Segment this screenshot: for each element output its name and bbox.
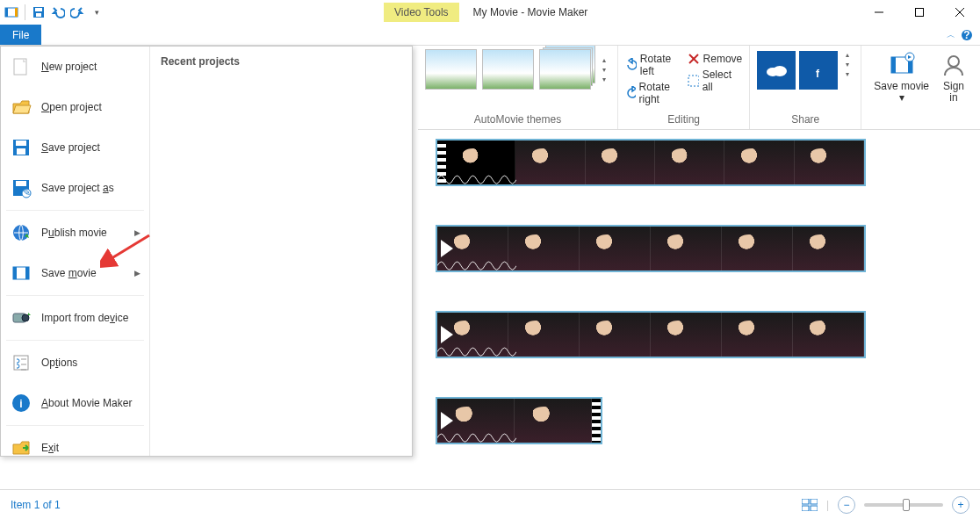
svg-rect-41	[802, 499, 809, 504]
share-facebook-button[interactable]: f	[799, 51, 838, 90]
svg-point-16	[773, 66, 787, 76]
film-perforation	[592, 399, 601, 443]
rotate-right-button[interactable]: Rotate right	[625, 81, 679, 105]
share-onedrive-button[interactable]	[757, 51, 796, 90]
app-icon	[4, 4, 19, 20]
file-menu-about[interactable]: iAbout Movie Maker	[1, 383, 149, 423]
zoom-out-button[interactable]: −	[838, 496, 855, 514]
audio-waveform	[437, 169, 516, 184]
zoom-slider[interactable]	[864, 503, 943, 507]
qat-customize-dropdown[interactable]: ▾	[89, 4, 104, 20]
savemovie-icon	[10, 262, 32, 285]
timeline-panel[interactable]	[418, 130, 980, 487]
clip-end-arrow	[864, 139, 866, 186]
publish-icon	[10, 221, 32, 244]
minimize-button[interactable]	[859, 0, 899, 25]
svg-rect-25	[16, 141, 26, 146]
automovie-themes-more[interactable]: ▴▾▾	[598, 56, 610, 83]
about-icon: i	[10, 392, 32, 414]
qat-redo-icon[interactable]	[69, 4, 85, 20]
select-all-button[interactable]: Select all	[688, 68, 743, 93]
file-menu-label: New project	[41, 61, 97, 73]
svg-point-22	[948, 56, 959, 67]
automovie-theme-thumb[interactable]	[482, 49, 534, 90]
file-menu-saveas[interactable]: ✎Save project as	[1, 168, 149, 208]
file-menu-exit[interactable]: Exit	[1, 428, 149, 468]
options-icon	[10, 351, 32, 374]
file-menu-label: Save project	[41, 141, 100, 154]
video-clip[interactable]	[436, 225, 866, 272]
qat-undo-icon[interactable]	[50, 4, 66, 20]
play-indicator-icon	[441, 412, 453, 429]
zoom-in-button[interactable]: +	[952, 496, 969, 514]
svg-rect-1	[5, 8, 8, 17]
svg-rect-44	[811, 506, 818, 511]
window-title: My Movie - Movie Maker	[473, 6, 588, 18]
file-menu-import[interactable]: Import from device	[1, 298, 149, 338]
file-menu-label: Save movie	[41, 267, 97, 279]
video-tools-contextual-tab[interactable]: Video Tools	[384, 3, 459, 22]
group-label-automovie: AutoMovie themes	[425, 113, 610, 127]
file-menu-label: Save project as	[41, 182, 114, 194]
video-clip[interactable]	[436, 139, 866, 186]
group-label-editing: Editing	[625, 113, 742, 127]
file-menu-label: Options	[41, 357, 77, 369]
share-more-dropdown[interactable]: ▴▾▾	[841, 51, 854, 78]
file-menu-label: About Movie Maker	[41, 397, 132, 409]
play-indicator-icon	[441, 326, 453, 343]
view-thumbnails-button[interactable]	[802, 499, 818, 511]
svg-rect-37	[14, 356, 28, 370]
open-icon	[10, 96, 32, 119]
saveas-icon: ✎	[10, 177, 32, 199]
svg-text:f: f	[816, 68, 820, 80]
rotate-left-button[interactable]: Rotate left	[625, 53, 679, 77]
file-menu-label: Publish movie	[41, 227, 107, 239]
automovie-theme-thumb[interactable]	[539, 49, 591, 90]
group-label-share: Share	[757, 113, 854, 127]
file-menu-label: Exit	[41, 442, 59, 454]
close-button[interactable]	[940, 0, 980, 25]
sign-in-button[interactable]: Sign in	[934, 49, 973, 105]
new-icon	[10, 55, 32, 78]
file-menu-save[interactable]: Save project	[1, 127, 149, 168]
file-menu-new[interactable]: New project	[1, 47, 149, 87]
file-menu-label: Open project	[41, 101, 102, 113]
svg-text:✎: ✎	[22, 186, 31, 198]
help-icon[interactable]: ?	[961, 29, 973, 41]
clip-end-arrow	[864, 311, 866, 358]
recent-projects-heading: Recent projects	[161, 55, 401, 68]
svg-rect-26	[17, 148, 25, 155]
video-clip[interactable]	[436, 311, 866, 358]
import-icon	[10, 306, 32, 329]
svg-line-40	[109, 235, 149, 260]
svg-rect-5	[36, 13, 41, 17]
svg-rect-2	[15, 8, 18, 17]
automovie-theme-thumb[interactable]	[425, 49, 477, 90]
qat-save-icon[interactable]	[31, 4, 47, 20]
svg-rect-42	[811, 499, 818, 504]
exit-icon	[10, 436, 32, 459]
file-menu-options[interactable]: Options	[1, 342, 149, 383]
save-icon	[10, 136, 32, 159]
svg-rect-33	[13, 267, 17, 279]
svg-rect-19	[891, 57, 896, 73]
save-movie-button[interactable]: Save movie ▾	[868, 49, 934, 105]
svg-rect-43	[802, 506, 809, 511]
file-menu-dropdown: New projectOpen projectSave project✎Save…	[0, 46, 413, 457]
file-tab[interactable]: File	[0, 25, 41, 45]
svg-rect-4	[35, 8, 42, 11]
file-menu-open[interactable]: Open project	[1, 87, 149, 127]
svg-rect-34	[25, 267, 29, 279]
annotation-arrow	[100, 232, 153, 270]
svg-rect-7	[916, 9, 924, 17]
status-item-count: Item 1 of 1	[11, 499, 61, 511]
clip-end-arrow	[864, 225, 866, 272]
ribbon-collapse-icon[interactable]: ︿	[947, 29, 955, 41]
maximize-button[interactable]	[899, 0, 940, 25]
svg-text:i: i	[19, 398, 22, 410]
file-menu-label: Import from device	[41, 312, 128, 324]
play-indicator-icon	[441, 240, 453, 257]
svg-text:?: ?	[963, 29, 969, 41]
video-clip[interactable]	[436, 397, 602, 444]
remove-button[interactable]: Remove	[688, 53, 743, 65]
